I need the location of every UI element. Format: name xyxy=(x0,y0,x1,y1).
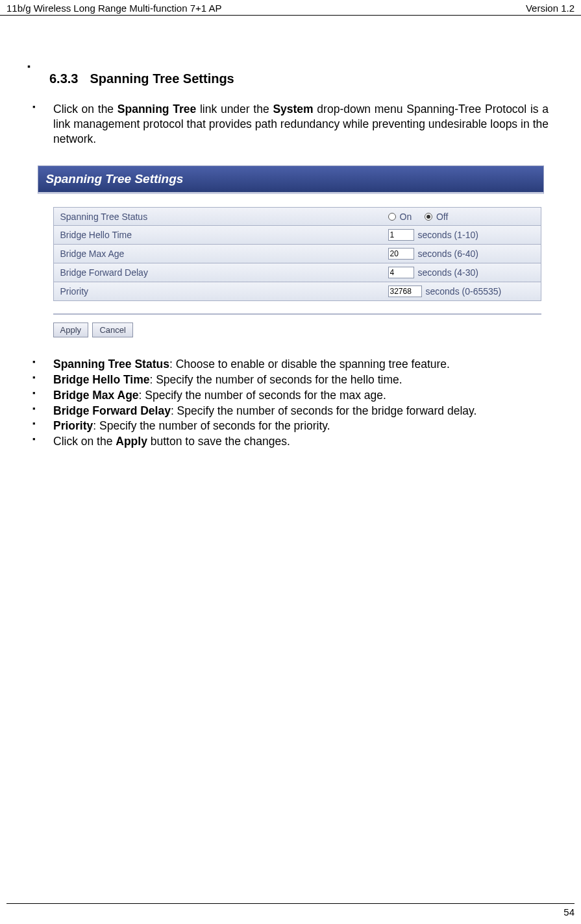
description-list: Spanning Tree Status: Choose to enable o… xyxy=(32,357,549,449)
desc-status-b: Spanning Tree Status xyxy=(53,358,169,371)
row-maxage-control: seconds (6-40) xyxy=(388,248,541,260)
row-prio-label: Priority xyxy=(54,286,388,297)
desc-maxage: Bridge Max Age: Specify the number of se… xyxy=(32,388,549,403)
cancel-button[interactable]: Cancel xyxy=(92,322,132,337)
header-left: 11b/g Wireless Long Range Multi-function… xyxy=(6,3,221,14)
desc-apply-pre: Click on the xyxy=(53,435,116,448)
hello-hint: seconds (1-10) xyxy=(418,230,478,240)
section-number: 6.3.3 xyxy=(49,71,78,86)
desc-apply-b: Apply xyxy=(116,435,147,448)
row-status-control: On Off xyxy=(388,212,541,222)
intro-list: Click on the Spanning Tree link under th… xyxy=(32,102,549,146)
desc-maxage-t: : Specify the number of seconds for the … xyxy=(139,389,386,402)
hello-input[interactable] xyxy=(388,229,414,241)
desc-fwd-t: : Specify the number of seconds for the … xyxy=(171,404,476,417)
row-maxage: Bridge Max Age seconds (6-40) xyxy=(53,245,541,263)
desc-hello-t: : Specify the number of seconds for the … xyxy=(149,373,402,386)
panel-separator xyxy=(53,310,541,315)
desc-fwd-b: Bridge Forward Delay xyxy=(53,404,171,417)
desc-prio: Priority: Specify the number of seconds … xyxy=(32,419,549,433)
desc-status: Spanning Tree Status: Choose to enable o… xyxy=(32,357,549,372)
desc-apply: Click on the Apply button to save the ch… xyxy=(32,434,549,449)
desc-prio-t: : Specify the number of seconds for the … xyxy=(93,419,330,432)
apply-button[interactable]: Apply xyxy=(53,322,89,337)
row-status-label: Spanning Tree Status xyxy=(54,212,388,222)
panel-table: Spanning Tree Status On Off Bridge Hello… xyxy=(38,194,544,337)
section-title: Spanning Tree Settings xyxy=(90,71,234,86)
radio-on[interactable] xyxy=(388,213,396,221)
page-header: 11b/g Wireless Long Range Multi-function… xyxy=(0,0,581,16)
desc-prio-b: Priority xyxy=(53,419,93,432)
maxage-hint: seconds (6-40) xyxy=(418,249,478,259)
desc-hello-b: Bridge Hello Time xyxy=(53,373,149,386)
row-maxage-label: Bridge Max Age xyxy=(54,249,388,259)
fwd-hint: seconds (4-30) xyxy=(418,267,478,278)
intro-menu: System xyxy=(273,103,313,116)
empty-bullet: ▪ xyxy=(27,61,549,71)
row-hello: Bridge Hello Time seconds (1-10) xyxy=(53,226,541,245)
desc-status-t: : Choose to enable or disable the spanni… xyxy=(169,358,450,371)
desc-hello: Bridge Hello Time: Specify the number of… xyxy=(32,372,549,387)
desc-apply-t: button to save the changes. xyxy=(147,435,290,448)
intro-item: Click on the Spanning Tree link under th… xyxy=(32,102,549,146)
header-right: Version 1.2 xyxy=(526,3,575,14)
prio-input[interactable] xyxy=(388,286,422,297)
row-prio-control: seconds (0-65535) xyxy=(388,286,541,297)
row-fwd-control: seconds (4-30) xyxy=(388,267,541,278)
panel-title: Spanning Tree Settings xyxy=(38,165,544,194)
page-number: 54 xyxy=(563,906,575,918)
page-footer: 54 xyxy=(6,903,575,918)
section-heading: 6.3.3Spanning Tree Settings xyxy=(32,71,549,86)
desc-maxage-b: Bridge Max Age xyxy=(53,389,139,402)
row-fwd: Bridge Forward Delay seconds (4-30) xyxy=(53,263,541,282)
row-status: Spanning Tree Status On Off xyxy=(53,207,541,226)
row-hello-label: Bridge Hello Time xyxy=(54,230,388,240)
intro-pre: Click on the xyxy=(53,103,117,116)
settings-panel: Spanning Tree Settings Spanning Tree Sta… xyxy=(38,165,544,337)
intro-link: Spanning Tree xyxy=(117,103,196,116)
desc-fwd: Bridge Forward Delay: Specify the number… xyxy=(32,404,549,419)
maxage-input[interactable] xyxy=(388,248,414,260)
panel-buttons: Apply Cancel xyxy=(53,322,541,337)
radio-on-label: On xyxy=(400,212,412,222)
fwd-input[interactable] xyxy=(388,267,414,278)
row-fwd-label: Bridge Forward Delay xyxy=(54,267,388,278)
prio-hint: seconds (0-65535) xyxy=(426,286,502,297)
row-hello-control: seconds (1-10) xyxy=(388,229,541,241)
page-content: ▪ 6.3.3Spanning Tree Settings Click on t… xyxy=(0,16,581,449)
row-prio: Priority seconds (0-65535) xyxy=(53,282,541,301)
radio-off[interactable] xyxy=(425,213,432,221)
intro-mid: link under the xyxy=(196,103,273,116)
radio-off-label: Off xyxy=(436,212,448,222)
